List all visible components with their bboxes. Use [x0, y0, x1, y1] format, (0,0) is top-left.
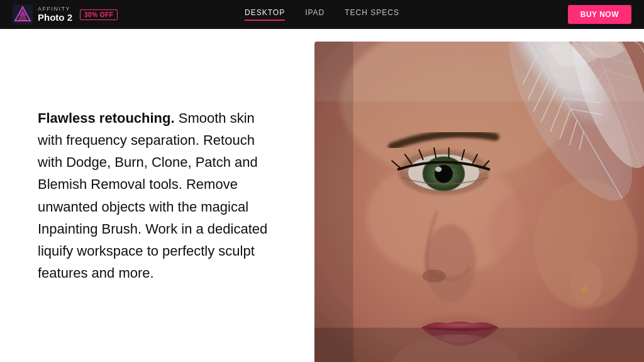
discount-badge: 30% OFF — [80, 9, 118, 20]
svg-rect-62 — [314, 42, 644, 362]
logo-text: AFFINITY Photo 2 — [38, 6, 72, 23]
navbar-right: BUY NOW — [568, 5, 631, 24]
svg-rect-64 — [314, 328, 644, 362]
hero-description: Flawless retouching. Smooth skin with fr… — [38, 107, 270, 285]
logo-container[interactable]: AFFINITY Photo 2 — [13, 4, 72, 25]
hero-heading-bold: Flawless retouching. — [38, 110, 175, 126]
hero-image-wrapper — [314, 42, 644, 362]
text-content: Flawless retouching. Smooth skin with fr… — [38, 107, 270, 285]
right-panel — [308, 29, 644, 362]
nav-tech-specs[interactable]: TECH SPECS — [345, 8, 399, 21]
buy-now-button[interactable]: BUY NOW — [568, 5, 631, 24]
hero-heading-normal: Smooth skin with frequency separation. R… — [38, 110, 267, 281]
nav-ipad[interactable]: IPAD — [305, 8, 325, 21]
navbar: AFFINITY Photo 2 30% OFF DESKTOP IPAD TE… — [0, 0, 644, 29]
main-content: Flawless retouching. Smooth skin with fr… — [0, 29, 644, 362]
navbar-center: DESKTOP IPAD TECH SPECS — [245, 8, 399, 21]
affinity-logo-icon — [13, 4, 33, 25]
navbar-left: AFFINITY Photo 2 30% OFF — [13, 4, 118, 25]
svg-rect-63 — [314, 42, 353, 362]
nav-desktop[interactable]: DESKTOP — [245, 8, 285, 21]
left-panel: Flawless retouching. Smooth skin with fr… — [0, 29, 308, 362]
product-name: Photo 2 — [38, 13, 72, 23]
hero-face-image — [314, 42, 644, 362]
